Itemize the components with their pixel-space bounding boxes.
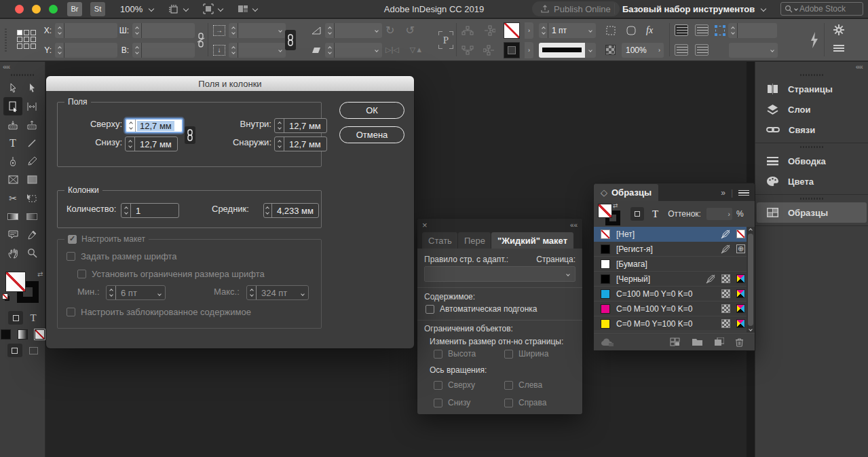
pin-top-checkbox[interactable] <box>434 381 442 390</box>
apply-color-button[interactable] <box>1 329 11 340</box>
gap-tool[interactable] <box>22 97 41 115</box>
expand-dock-icon[interactable]: «« <box>755 62 868 71</box>
minimize-window-button[interactable] <box>32 5 41 14</box>
panel-menu-icon[interactable] <box>738 190 749 196</box>
selection-tool[interactable] <box>3 79 22 97</box>
dock-grip[interactable] <box>800 146 823 148</box>
swatch-row-black[interactable]: [Черный] <box>594 272 755 287</box>
dock-item-links[interactable]: Связи <box>757 120 867 140</box>
pen-tool[interactable] <box>3 152 22 170</box>
dock-item-stroke[interactable]: Обводка <box>757 151 867 171</box>
uniform-margins-toggle[interactable] <box>185 126 195 144</box>
columns-gutter-input[interactable]: 4,233 мм <box>263 203 319 218</box>
swap-fill-stroke-icon[interactable]: ⇄ <box>613 202 618 209</box>
formatting-affects-text-button[interactable]: T <box>652 208 658 220</box>
gear-icon[interactable] <box>833 24 844 35</box>
tint-input[interactable]: › <box>706 208 732 220</box>
scroll-up-icon[interactable] <box>749 228 753 232</box>
move-left-level-icon[interactable] <box>483 25 495 36</box>
hand-tool[interactable] <box>3 244 22 262</box>
new-swatch-icon[interactable] <box>714 337 724 346</box>
formatting-affects-text-button[interactable]: T <box>30 312 36 324</box>
gradient-swatch-tool[interactable] <box>3 207 22 225</box>
rotation-angle-select[interactable] <box>325 23 382 38</box>
collapse-panel-icon[interactable]: «« <box>570 221 578 229</box>
stock-button[interactable]: St <box>90 2 105 16</box>
scrollbar-thumb[interactable] <box>748 234 753 326</box>
scissors-tool[interactable]: ✂ <box>3 189 22 207</box>
scale-x-select[interactable] <box>229 23 286 38</box>
page-tool[interactable] <box>3 97 22 115</box>
max-font-select[interactable]: 324 пт <box>246 285 309 300</box>
type-tool[interactable]: T <box>3 134 22 152</box>
move-up-level-icon[interactable] <box>461 25 474 36</box>
pencil-tool[interactable] <box>22 152 41 170</box>
trash-icon[interactable] <box>735 337 744 347</box>
margin-top-input[interactable]: 12,7 мм <box>125 118 183 133</box>
adjust-layout-checkbox[interactable] <box>68 235 77 244</box>
wrap-object-shape-button[interactable] <box>675 44 688 56</box>
quick-apply-icon[interactable] <box>809 31 818 49</box>
height-checkbox[interactable] <box>434 350 442 359</box>
dialog-titlebar[interactable]: Поля и колонки <box>46 76 414 91</box>
margin-outside-input[interactable]: 12,7 мм <box>274 136 327 151</box>
close-panel-icon[interactable]: × <box>422 220 428 230</box>
margin-inside-input[interactable]: 12,7 мм <box>274 118 327 133</box>
new-folder-icon[interactable] <box>692 337 703 346</box>
pin-right-checkbox[interactable] <box>504 399 513 407</box>
direct-selection-tool[interactable] <box>22 79 41 97</box>
stroke-style-select[interactable] <box>539 43 596 58</box>
view-options-select[interactable] <box>168 3 188 14</box>
columns-count-input[interactable]: 1 <box>121 203 179 218</box>
select-container-icon[interactable]: P <box>438 31 453 49</box>
rectangle-frame-tool[interactable] <box>3 170 22 189</box>
tab-articles[interactable]: Стать <box>422 232 457 249</box>
collapse-tools-icon[interactable]: «« <box>0 62 12 71</box>
stroke-weight-select[interactable]: 1 пт <box>539 23 596 38</box>
formatting-affects-container-button[interactable] <box>8 311 23 325</box>
swatch-row-none[interactable]: [Нет] <box>594 227 755 242</box>
bridge-button[interactable]: Br <box>67 2 82 16</box>
new-color-group-icon[interactable] <box>670 337 681 347</box>
fill-color-menu-button[interactable]: › <box>525 42 533 58</box>
reference-point-selector[interactable] <box>17 30 36 49</box>
publish-online-button[interactable]: Publish Online <box>532 1 620 16</box>
swatch-row-registration[interactable]: [Регист-я] ⊕ <box>594 242 755 257</box>
x-input[interactable] <box>55 23 117 38</box>
gradient-feather-tool[interactable] <box>22 207 41 225</box>
workspace-switcher[interactable]: Базовый набор инструментов <box>622 4 766 14</box>
constrain-scale-toggle[interactable] <box>285 30 296 50</box>
swatch-row-magenta[interactable]: C=0 M=100 Y=0 K=0 <box>594 301 755 316</box>
dock-item-pages[interactable]: Страницы <box>757 79 867 99</box>
flip-horizontal-icon[interactable]: ▷|◁ <box>385 45 399 54</box>
jump-object-button[interactable] <box>695 44 709 56</box>
normal-view-mode-button[interactable] <box>7 344 22 357</box>
apply-none-button[interactable] <box>35 329 45 340</box>
scroll-down-icon[interactable] <box>749 327 753 331</box>
eyedropper-tool[interactable] <box>22 225 41 244</box>
fill-proxy-swatch[interactable] <box>598 204 612 218</box>
dock-item-color[interactable]: Цвета <box>757 171 867 191</box>
zoom-level-select[interactable]: 100% <box>120 4 153 14</box>
formatting-affects-container-button[interactable] <box>630 207 644 221</box>
stroke-color-swatch[interactable] <box>504 22 520 39</box>
arrange-documents-select[interactable] <box>238 4 257 14</box>
corner-shape-icon[interactable] <box>626 25 637 36</box>
tab-liquid-layout[interactable]: "Жидкий" макет <box>491 232 573 249</box>
rotate-ccw-icon[interactable]: ↺ <box>405 24 414 37</box>
swatch-row-yellow[interactable]: C=0 M=0 Y=100 K=0 <box>594 316 755 331</box>
swap-fill-stroke-icon[interactable]: ⇄ <box>37 270 43 278</box>
swatches-scrollbar[interactable] <box>747 227 755 333</box>
fx-button[interactable]: fx <box>646 25 653 36</box>
screen-mode-select[interactable] <box>203 3 223 14</box>
apply-gradient-button[interactable] <box>18 329 28 340</box>
free-transform-tool[interactable] <box>22 189 41 207</box>
scale-y-select[interactable] <box>229 43 286 58</box>
font-size-checkbox[interactable] <box>67 252 75 261</box>
panel-menu-icon[interactable] <box>833 45 844 52</box>
move-right-level-icon[interactable] <box>483 45 495 56</box>
dock-grip[interactable] <box>800 198 823 200</box>
pin-bottom-checkbox[interactable] <box>434 399 442 407</box>
zoom-tool[interactable] <box>22 244 41 262</box>
content-collector-tool[interactable] <box>3 115 22 134</box>
